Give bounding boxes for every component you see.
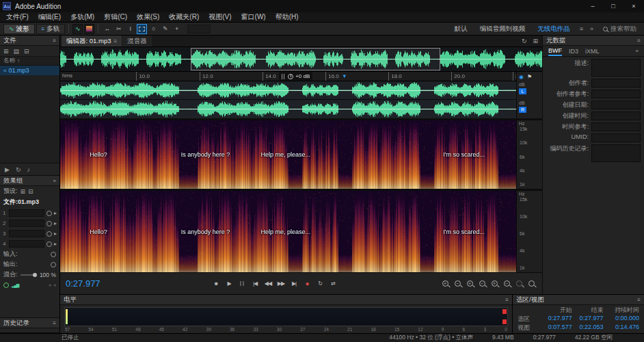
waveform-canvas-left[interactable] <box>60 81 516 99</box>
creator-reference-field[interactable] <box>591 90 641 98</box>
help-search[interactable]: 搜索帮助 <box>603 25 636 34</box>
marquee-selection-tool-icon[interactable] <box>137 24 147 34</box>
waveform-view-button[interactable]: ∿ 波形 <box>3 24 35 34</box>
fast-forward-button[interactable]: ▶▶ <box>276 278 287 289</box>
power-icon[interactable] <box>46 241 52 247</box>
tab-mixer[interactable]: 混音器 <box>122 36 152 47</box>
tab-id3[interactable]: ID3 <box>569 46 578 56</box>
tab-editor[interactable]: 编辑器: 01.mp3 ≡ <box>62 36 122 47</box>
time-selection-tool-icon[interactable]: I <box>125 24 135 34</box>
view-start-value[interactable]: 0:07.577 <box>548 324 572 332</box>
creation-time-field[interactable] <box>591 111 641 120</box>
stop-button[interactable]: ■ <box>211 278 222 289</box>
chevron-double-icon[interactable]: » <box>53 178 56 184</box>
workspace-default[interactable]: 默认 <box>449 25 473 34</box>
effect-slot-well[interactable] <box>9 240 44 248</box>
close-button[interactable]: × <box>623 0 644 12</box>
coding-history-field[interactable] <box>591 144 641 162</box>
status-dot-icon[interactable]: ◉ <box>519 74 524 80</box>
rack-option-button[interactable]: ▫ <box>49 282 51 289</box>
effect-slot[interactable]: 3 ▸ <box>0 228 59 239</box>
loop-playback-button[interactable]: ↻ <box>314 278 326 289</box>
time-reference-field[interactable] <box>591 122 641 131</box>
tab-ixml[interactable]: iXML <box>585 46 600 56</box>
delete-preset-icon[interactable]: ⊟ <box>28 188 33 195</box>
power-icon[interactable] <box>46 221 52 226</box>
name-column-header[interactable]: 名称 <box>3 57 15 65</box>
preview-play-icon[interactable]: ▶ <box>5 166 10 173</box>
sync-icon[interactable]: ↻ <box>519 38 530 44</box>
chevron-double-icon[interactable]: » <box>587 25 596 32</box>
effect-slot[interactable]: 1 ▸ <box>0 208 59 218</box>
chevron-double-icon[interactable]: » <box>636 48 639 54</box>
overview-strip[interactable] <box>60 47 542 72</box>
channel-right-badge[interactable]: R <box>519 107 526 113</box>
description-field[interactable] <box>591 59 641 77</box>
maximize-button[interactable]: □ <box>603 0 623 12</box>
delete-file-icon[interactable]: ⊟ <box>24 48 29 55</box>
clip-indicator-left[interactable] <box>502 309 507 314</box>
menu-item[interactable]: 窗口(W) <box>237 12 271 22</box>
skip-to-start-button[interactable]: |◀ <box>250 278 261 289</box>
zoom-to-selection-button[interactable] <box>513 278 524 289</box>
effect-slot-well[interactable] <box>9 230 44 237</box>
view-end-value[interactable]: 0:22.053 <box>579 324 603 332</box>
lasso-selection-tool-icon[interactable]: ○ <box>148 24 159 34</box>
zoom-full-button[interactable] <box>526 278 537 289</box>
chevron-right-icon[interactable]: ▸ <box>54 220 57 226</box>
tab-bwf[interactable]: BWF <box>548 46 562 56</box>
gain-hud[interactable]: +0 dB <box>279 72 312 81</box>
zoom-out-button[interactable]: − <box>452 278 463 289</box>
skip-to-end-button[interactable]: ▶| <box>289 278 300 289</box>
effect-slot-well[interactable] <box>9 220 44 227</box>
panel-menu-icon[interactable]: ≡ <box>113 38 117 44</box>
effect-slot[interactable]: 4 ▸ <box>0 239 59 249</box>
panel-menu-icon[interactable]: ≡ <box>53 38 56 44</box>
zoom-in-button[interactable]: + <box>440 278 451 289</box>
panel-layout-icon[interactable]: ⊞ <box>530 38 541 44</box>
menu-item[interactable]: 帮助(H) <box>271 12 304 22</box>
view-duration-value[interactable]: 0:14.476 <box>615 324 639 332</box>
channel-left-badge[interactable]: L <box>519 88 526 94</box>
workspace-menu-icon[interactable]: ≡ <box>577 25 586 32</box>
waveform-display-toggle[interactable]: ∿ <box>72 24 83 34</box>
selection-start-value[interactable]: 0:27.977 <box>548 315 572 324</box>
effect-slot-well[interactable] <box>9 209 44 217</box>
pause-button[interactable] <box>237 278 248 289</box>
spectral-display-toggle[interactable] <box>84 24 94 34</box>
save-preset-icon[interactable]: ⊞ <box>21 188 26 195</box>
effect-slot[interactable]: 2 ▸ <box>0 218 59 228</box>
rack-option-button[interactable]: ▫ <box>54 282 56 289</box>
menu-item[interactable]: 视图(V) <box>204 12 236 22</box>
rack-power-icon[interactable] <box>3 282 9 288</box>
razor-tool-icon[interactable]: ✂ <box>113 24 124 34</box>
chevron-right-icon[interactable]: ▸ <box>54 231 57 237</box>
workspace-edit-audio-to-video[interactable]: 编辑音频到视频 <box>474 25 531 34</box>
timeline-ruler[interactable]: hms 10.012.014.016.018.020.022 +0 dB ▾ <box>60 72 516 81</box>
current-time-display[interactable]: 0:27.977 <box>66 278 109 289</box>
minimize-button[interactable]: – <box>582 0 603 12</box>
rewind-button[interactable]: ◀◀ <box>263 278 274 289</box>
menu-item[interactable]: 效果(S) <box>132 12 164 22</box>
power-icon[interactable] <box>46 231 52 237</box>
import-file-icon[interactable]: ⊞ <box>3 48 9 55</box>
selection-duration-value[interactable]: 0:00.000 <box>615 315 639 324</box>
umid-field[interactable] <box>591 133 641 142</box>
menu-item[interactable]: 多轨(M) <box>66 12 99 22</box>
panel-menu-icon[interactable]: ≡ <box>637 297 641 303</box>
menu-item[interactable]: 编辑(E) <box>33 12 66 22</box>
selection-end-value[interactable]: 0:27.977 <box>579 315 603 324</box>
auto-play-icon[interactable]: ♪ <box>27 166 30 173</box>
power-icon[interactable] <box>51 262 56 267</box>
marker-icon[interactable]: ▾ <box>343 72 347 80</box>
creator-field[interactable] <box>591 79 641 88</box>
zoom-out-time-button[interactable]: − <box>477 278 487 289</box>
spot-healing-brush-tool-icon[interactable]: + <box>172 24 182 34</box>
zoom-in-amplitude-button[interactable]: + <box>489 278 500 289</box>
panel-menu-icon[interactable]: ≡ <box>53 320 56 326</box>
record-button[interactable]: ● <box>301 278 313 289</box>
panel-menu-icon[interactable]: ≡ <box>505 297 509 303</box>
level-meter-bar[interactable] <box>64 307 508 326</box>
waveform-canvas-right[interactable] <box>60 100 516 118</box>
play-button[interactable]: ▶ <box>224 278 235 289</box>
